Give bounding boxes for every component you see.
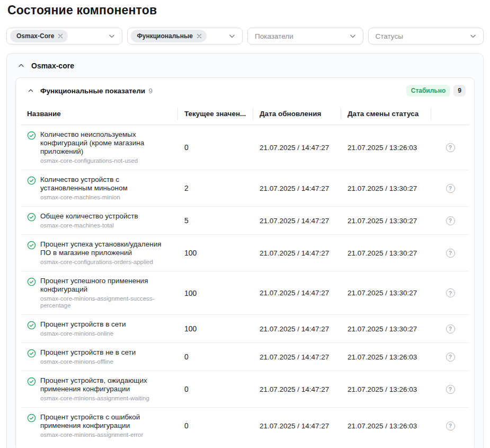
metric-current-value: 5 (178, 207, 253, 235)
help-icon[interactable]: ? (446, 421, 455, 431)
column-header-name: Название (21, 103, 178, 125)
metric-current-value: 100 (178, 235, 253, 271)
status-ok-icon (27, 176, 36, 185)
table-row: Количество устройств с установленным мин… (21, 170, 469, 207)
table-header-row: Название Текущее значен... Дата обновлен… (21, 103, 469, 125)
status-badge: Стабильно (406, 85, 451, 96)
table-row: Общее количество устройств osmax-core-ma… (21, 207, 469, 235)
status-ok-icon (27, 277, 36, 286)
metric-updated-date: 21.07.2025 / 14:47:27 (253, 371, 341, 408)
metric-name: Процент устройств с ошибкой применения к… (40, 413, 172, 430)
metric-current-value: 100 (178, 271, 253, 315)
metric-current-value: 2 (178, 170, 253, 207)
page-title: Состояние компонентов (7, 3, 484, 17)
filter-groups-tag-label: Функциональные (137, 32, 193, 40)
help-icon[interactable]: ? (446, 288, 455, 297)
help-icon[interactable]: ? (446, 216, 455, 225)
filter-components-tag: Osmax-Core (10, 30, 68, 42)
metric-status-change-date: 21.07.2025 / 13:26:03 (341, 125, 431, 170)
metrics-table-wrap: Название Текущее значен... Дата обновлен… (16, 103, 474, 448)
table-row: Процент успешного применения конфигураци… (21, 271, 469, 315)
metrics-group-card: Функциональные показатели 9 Стабильно 9 … (15, 77, 475, 448)
metric-status-change-date: 21.07.2025 / 13:30:27 (341, 235, 431, 271)
metric-updated-date: 21.07.2025 / 14:47:27 (253, 343, 341, 371)
column-header-status-change-date: Дата смены статуса (341, 103, 431, 125)
chevron-down-icon (469, 32, 477, 40)
metric-code: osmax-core-minions-online (40, 330, 126, 337)
component-state-page: Состояние компонентов Osmax-Core Функцио… (0, 0, 490, 448)
metric-code: osmax-core-machines-minion (40, 194, 172, 201)
metric-code: osmax-core-configurations-not-used (40, 157, 172, 164)
filters-bar: Osmax-Core Функциональные (6, 28, 484, 45)
tag-remove-icon[interactable] (58, 33, 63, 39)
filter-indicators-placeholder: Показатели (251, 32, 293, 40)
metric-updated-date: 21.07.2025 / 14:47:27 (253, 235, 341, 271)
metric-status-change-date: 21.07.2025 / 13:26:03 (341, 343, 431, 371)
metric-name: Процент успеха установки/удаления ПО в м… (40, 240, 172, 257)
help-icon[interactable]: ? (446, 385, 455, 394)
metric-name: Процент устройств в сети (40, 320, 126, 329)
help-icon[interactable]: ? (446, 143, 455, 152)
help-icon[interactable]: ? (446, 184, 455, 193)
metric-code: osmax-core-minions-assignment-waiting (40, 395, 172, 402)
status-ok-icon (27, 241, 36, 250)
status-ok-icon (27, 377, 36, 386)
metric-name: Общее количество устройств (40, 212, 138, 221)
metric-name: Процент успешного применения конфигураци… (40, 277, 172, 294)
metric-current-value: 100 (178, 315, 253, 343)
metric-status-change-date: 21.07.2025 / 13:30:27 (341, 315, 431, 343)
metric-code: osmax-core-minions-assignment-error (40, 432, 172, 438)
help-icon[interactable]: ? (446, 249, 455, 258)
filter-components[interactable]: Osmax-Core (6, 28, 122, 45)
table-row: Процент успеха установки/удаления ПО в м… (21, 235, 469, 271)
table-row: Количество неиспользуемых конфигураций (… (21, 125, 469, 170)
status-ok-icon (27, 414, 36, 423)
status-ok-icon (27, 349, 36, 358)
metric-updated-date: 21.07.2025 / 14:47:27 (253, 170, 341, 207)
component-panel-header[interactable]: Osmax-core (7, 54, 483, 77)
help-icon[interactable]: ? (446, 353, 455, 362)
table-row: Процент устройств, ожидающих применения … (21, 371, 469, 408)
metric-current-value: 0 (178, 343, 253, 371)
metric-updated-date: 21.07.2025 / 14:47:27 (253, 408, 341, 444)
metric-name: Процент устройств, ожидающих применения … (40, 376, 172, 393)
metric-code: osmax-core-configurations-orders-applied (40, 259, 172, 266)
metrics-group-title: Функциональные показатели (40, 87, 145, 95)
chevron-up-icon (28, 87, 34, 94)
status-ok-icon (27, 321, 36, 330)
metrics-group-header[interactable]: Функциональные показатели 9 Стабильно 9 (16, 78, 474, 103)
metric-code: osmax-core-machines-total (40, 222, 138, 229)
metric-name: Процент устройств не в сети (40, 348, 136, 357)
metric-code: osmax-core-minions-offline (40, 358, 136, 365)
filter-groups-tag: Функциональные (131, 30, 207, 42)
column-header-current-value: Текущее значен... (178, 103, 253, 125)
metric-current-value: 0 (178, 408, 253, 444)
metric-code: osmax-core-minions-assignment-success-pe… (40, 295, 172, 309)
metric-status-change-date: 21.07.2025 / 13:30:27 (341, 271, 431, 315)
metric-name: Количество устройств с установленным мин… (40, 175, 172, 192)
component-panel: Osmax-core Функциональные показатели 9 С… (6, 53, 484, 448)
column-header-updated-date: Дата обновления (253, 103, 341, 125)
tag-remove-icon[interactable] (197, 33, 202, 39)
metric-current-value: 0 (178, 371, 253, 408)
filter-statuses[interactable]: Статусы (368, 28, 484, 45)
table-row: Процент устройств не в сети osmax-core-m… (21, 343, 469, 371)
chevron-up-icon (17, 62, 25, 69)
filter-statuses-placeholder: Статусы (372, 32, 403, 40)
filter-components-tag-label: Osmax-Core (16, 32, 54, 40)
metrics-table-body: Количество неиспользуемых конфигураций (… (21, 125, 469, 444)
metric-updated-date: 21.07.2025 / 14:47:27 (253, 315, 341, 343)
chevron-down-icon (108, 32, 115, 40)
metric-status-change-date: 21.07.2025 / 13:30:27 (341, 207, 431, 235)
status-ok-icon (27, 213, 36, 222)
metrics-table: Название Текущее значен... Дата обновлен… (21, 103, 469, 444)
chevron-down-icon (228, 32, 236, 40)
filter-groups[interactable]: Функциональные (127, 28, 243, 45)
metric-status-change-date: 21.07.2025 / 13:30:27 (341, 170, 431, 207)
filter-indicators[interactable]: Показатели (247, 28, 363, 45)
status-count-badge: 9 (453, 85, 466, 96)
component-panel-title: Osmax-core (31, 62, 74, 70)
status-ok-icon (27, 131, 36, 140)
metrics-group-count: 9 (149, 87, 153, 95)
help-icon[interactable]: ? (446, 324, 455, 333)
